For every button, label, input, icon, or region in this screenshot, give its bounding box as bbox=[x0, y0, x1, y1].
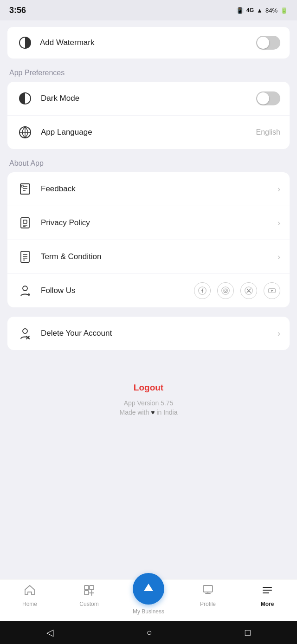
heart-icon: ♥ bbox=[151, 409, 156, 416]
add-watermark-card[interactable]: Add Watermark bbox=[7, 27, 290, 59]
add-watermark-left: Add Watermark bbox=[17, 34, 94, 51]
about-app-header: About App bbox=[0, 149, 297, 172]
battery-icon: 🔋 bbox=[280, 7, 288, 14]
profile-label: Profile bbox=[200, 601, 216, 607]
signal-icon: ▲ bbox=[257, 7, 263, 14]
app-preferences-header: App Preferences bbox=[0, 59, 297, 82]
delete-account-label: Delete Your Account bbox=[41, 329, 112, 338]
vibrate-icon: 📳 bbox=[236, 7, 244, 14]
term-condition-icon bbox=[17, 248, 33, 265]
network-4g-icon: 4G bbox=[246, 7, 254, 13]
custom-icon bbox=[83, 584, 95, 599]
dark-mode-icon bbox=[17, 90, 33, 107]
privacy-policy-icon bbox=[17, 215, 33, 231]
svg-point-30 bbox=[23, 329, 27, 333]
follow-us-icon bbox=[17, 282, 33, 299]
feedback-chevron: › bbox=[278, 184, 280, 194]
feedback-item[interactable]: Feedback › bbox=[7, 172, 290, 206]
dark-mode-item[interactable]: Dark Mode bbox=[7, 82, 290, 116]
more-icon bbox=[261, 584, 273, 599]
nav-my-business[interactable]: My Business bbox=[119, 573, 178, 615]
nav-home[interactable]: Home bbox=[0, 584, 59, 607]
follow-us-item: Follow Us bbox=[7, 274, 290, 307]
profile-icon bbox=[202, 584, 214, 599]
svg-rect-14 bbox=[21, 251, 29, 262]
svg-rect-37 bbox=[203, 585, 213, 592]
delete-account-item[interactable]: Delete Your Account › bbox=[7, 317, 290, 350]
privacy-policy-chevron: › bbox=[278, 218, 280, 228]
home-icon bbox=[24, 584, 36, 599]
feedback-label: Feedback bbox=[41, 184, 76, 194]
svg-point-26 bbox=[226, 289, 227, 290]
svg-point-25 bbox=[225, 290, 226, 292]
status-time: 3:56 bbox=[9, 6, 26, 15]
svg-rect-11 bbox=[23, 220, 27, 223]
youtube-icon[interactable] bbox=[264, 282, 280, 299]
recents-button[interactable]: □ bbox=[245, 627, 251, 638]
term-condition-item[interactable]: Term & Condition › bbox=[7, 240, 290, 274]
status-bar: 3:56 📳 4G ▲ 84% 🔋 bbox=[0, 0, 297, 20]
svg-point-23 bbox=[222, 287, 230, 295]
add-watermark-toggle[interactable] bbox=[256, 36, 280, 50]
term-condition-label: Term & Condition bbox=[41, 252, 101, 261]
logout-button[interactable]: Logout bbox=[0, 369, 297, 396]
privacy-policy-label: Privacy Policy bbox=[41, 218, 90, 228]
svg-marker-36 bbox=[144, 584, 153, 591]
nav-custom[interactable]: Custom bbox=[59, 584, 119, 607]
watermark-icon bbox=[17, 34, 33, 51]
add-watermark-label: Add Watermark bbox=[40, 38, 94, 47]
about-app-card: Feedback › Privacy Policy › bbox=[7, 172, 290, 307]
fab-button[interactable] bbox=[133, 573, 164, 605]
feedback-icon bbox=[17, 181, 33, 197]
language-icon bbox=[17, 124, 33, 141]
delete-account-card: Delete Your Account › bbox=[7, 317, 290, 350]
made-with: Made with ♥ in India bbox=[0, 408, 297, 425]
svg-rect-34 bbox=[90, 585, 94, 590]
custom-label: Custom bbox=[79, 601, 98, 607]
app-preferences-card: Dark Mode App Language bbox=[7, 82, 290, 149]
status-icons: 📳 4G ▲ 84% 🔋 bbox=[236, 7, 288, 14]
term-condition-chevron: › bbox=[278, 252, 280, 262]
svg-marker-29 bbox=[271, 290, 274, 292]
svg-rect-33 bbox=[84, 585, 89, 590]
my-business-label: My Business bbox=[133, 608, 164, 615]
delete-account-chevron: › bbox=[278, 329, 280, 338]
more-label: More bbox=[261, 601, 274, 607]
svg-rect-35 bbox=[84, 591, 89, 595]
nav-more[interactable]: More bbox=[238, 584, 297, 607]
app-language-value: English bbox=[256, 128, 280, 137]
back-button[interactable]: ◁ bbox=[46, 627, 53, 638]
privacy-policy-item[interactable]: Privacy Policy › bbox=[7, 206, 290, 240]
follow-us-label: Follow Us bbox=[41, 286, 76, 295]
dark-mode-toggle[interactable] bbox=[256, 91, 280, 105]
battery-text: 84% bbox=[265, 7, 278, 14]
bottom-navigation: Home Custom My Business bbox=[0, 579, 297, 621]
home-label: Home bbox=[22, 601, 37, 607]
app-version: App Version 5.75 bbox=[0, 396, 297, 408]
scroll-content: Add Watermark App Preferences Dark Mode bbox=[0, 20, 297, 579]
app-language-label: App Language bbox=[41, 128, 92, 137]
social-icons-group bbox=[194, 282, 280, 299]
instagram-icon[interactable] bbox=[217, 282, 234, 299]
svg-point-19 bbox=[23, 286, 27, 291]
delete-account-icon bbox=[17, 325, 33, 342]
home-button[interactable]: ○ bbox=[146, 627, 152, 638]
dark-mode-label: Dark Mode bbox=[41, 94, 79, 103]
svg-rect-9 bbox=[21, 185, 23, 187]
nav-profile[interactable]: Profile bbox=[178, 584, 238, 607]
system-navigation: ◁ ○ □ bbox=[0, 621, 297, 644]
twitter-x-icon[interactable] bbox=[240, 282, 257, 299]
app-language-item[interactable]: App Language English bbox=[7, 116, 290, 149]
facebook-icon[interactable] bbox=[194, 282, 211, 299]
